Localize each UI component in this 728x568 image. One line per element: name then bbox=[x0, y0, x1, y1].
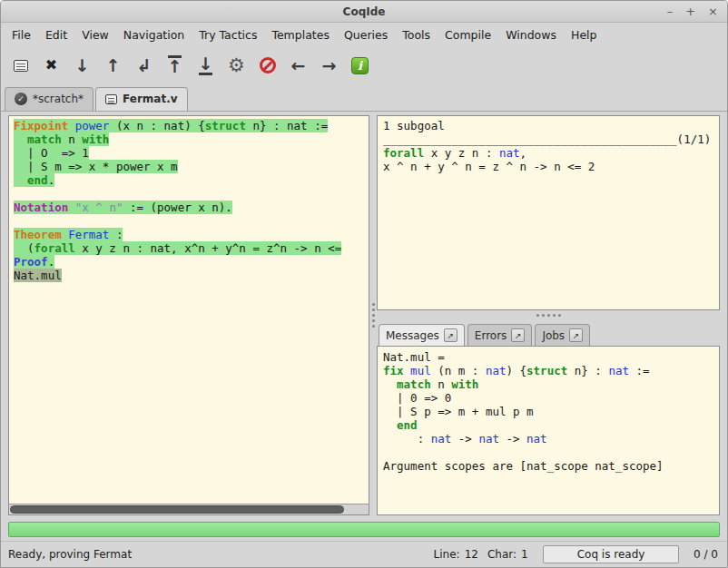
char-label: Char: bbox=[487, 548, 516, 561]
statusbar: Ready, proving Fermat Line: 12 Char: 1 C… bbox=[1, 541, 727, 567]
goto-start-icon[interactable]: ↑ bbox=[162, 53, 187, 78]
menu-file[interactable]: File bbox=[5, 24, 38, 45]
goto-cursor-icon[interactable]: ↲ bbox=[132, 53, 156, 78]
window-controls: – + × bbox=[667, 1, 718, 22]
buffer-tabbar: ✓ *scratch* Fermat.v bbox=[1, 83, 727, 112]
close-button[interactable]: × bbox=[708, 5, 718, 17]
splitter-handle-icon bbox=[547, 314, 550, 317]
detach-icon[interactable]: ↗ bbox=[569, 328, 583, 342]
document-glyph bbox=[14, 60, 28, 72]
scrollbar-thumb[interactable] bbox=[10, 505, 344, 514]
tab-jobs-label: Jobs bbox=[542, 329, 565, 342]
messages-tabbar: Messages ↗ Errors ↗ Jobs ↗ bbox=[377, 319, 720, 346]
tab-fermat[interactable]: Fermat.v bbox=[95, 87, 188, 111]
progress-bar bbox=[8, 522, 720, 537]
tab-errors-label: Errors bbox=[475, 329, 507, 342]
status-right: Line: 12 Char: 1 Coq is ready 0 / 0 bbox=[425, 545, 718, 563]
menubar: File Edit View Navigation Try Tactics Te… bbox=[1, 23, 727, 47]
tab-messages[interactable]: Messages ↗ bbox=[379, 324, 465, 346]
menu-templates[interactable]: Templates bbox=[264, 24, 337, 45]
step-forward-icon[interactable]: ↓ bbox=[70, 53, 94, 78]
menu-navigation[interactable]: Navigation bbox=[116, 24, 192, 45]
main-area: Fixpoint power (x n : nat) {struct n} : … bbox=[1, 112, 727, 517]
right-column: 1 subgoal_______________________________… bbox=[377, 115, 720, 515]
fully-check-icon[interactable]: ⚙ bbox=[224, 53, 249, 78]
vertical-splitter[interactable] bbox=[369, 115, 377, 515]
maximize-button[interactable]: + bbox=[685, 5, 695, 17]
goto-end-icon[interactable]: ↓ bbox=[193, 53, 218, 78]
menu-help[interactable]: Help bbox=[564, 24, 605, 45]
tab-scratch[interactable]: ✓ *scratch* bbox=[5, 87, 93, 111]
menu-compile[interactable]: Compile bbox=[438, 24, 498, 45]
previous-icon[interactable]: ← bbox=[286, 53, 310, 78]
no-entry-glyph bbox=[260, 57, 276, 73]
line-label: Line: bbox=[434, 548, 460, 561]
editor-pane: Fixpoint power (x n : nat) {struct n} : … bbox=[8, 115, 369, 515]
file-icon bbox=[105, 94, 117, 104]
task-counter: 0 / 0 bbox=[694, 548, 718, 561]
messages-pane[interactable]: Nat.mul = fix mul (n m : nat) {struct n}… bbox=[377, 346, 720, 515]
about-icon[interactable]: i bbox=[348, 53, 372, 78]
tab-messages-label: Messages bbox=[386, 329, 439, 342]
tab-fermat-label: Fermat.v bbox=[123, 93, 178, 105]
titlebar[interactable]: CoqIde – + × bbox=[1, 1, 727, 23]
menu-tools[interactable]: Tools bbox=[395, 24, 438, 45]
progress-row bbox=[1, 517, 727, 541]
script-buffer[interactable]: Fixpoint power (x n : nat) {struct n} : … bbox=[9, 116, 369, 504]
splitter-handle-icon bbox=[372, 314, 375, 317]
toolbar: ✖ ↓ ↑ ↲ ↑ ↓ ⚙ ← → i bbox=[1, 47, 727, 83]
goals-pane[interactable]: 1 subgoal_______________________________… bbox=[377, 115, 720, 310]
step-backward-icon[interactable]: ↑ bbox=[101, 53, 125, 78]
window-title: CoqIde bbox=[343, 5, 386, 18]
char-value: 1 bbox=[521, 548, 534, 561]
next-icon[interactable]: → bbox=[317, 53, 341, 78]
tab-errors[interactable]: Errors ↗ bbox=[467, 324, 533, 346]
close-buffer-icon[interactable]: ✖ bbox=[39, 53, 64, 78]
menu-windows[interactable]: Windows bbox=[498, 24, 564, 45]
menu-try-tactics[interactable]: Try Tactics bbox=[192, 24, 264, 45]
menu-view[interactable]: View bbox=[74, 24, 116, 45]
coq-state-indicator: Coq is ready bbox=[543, 545, 679, 563]
save-icon[interactable] bbox=[8, 53, 33, 78]
menu-queries[interactable]: Queries bbox=[337, 24, 395, 45]
coqide-window: CoqIde – + × File Edit View Navigation T… bbox=[0, 0, 728, 568]
detach-icon[interactable]: ↗ bbox=[444, 328, 457, 342]
interrupt-icon[interactable] bbox=[255, 53, 280, 78]
tab-scratch-label: *scratch* bbox=[33, 93, 84, 105]
detach-icon[interactable]: ↗ bbox=[511, 328, 525, 342]
minimize-button[interactable]: – bbox=[667, 5, 674, 17]
menu-edit[interactable]: Edit bbox=[38, 24, 74, 45]
tab-jobs[interactable]: Jobs ↗ bbox=[535, 324, 590, 346]
scratch-buffer-icon: ✓ bbox=[15, 93, 27, 105]
line-value: 12 bbox=[465, 548, 478, 561]
status-message: Ready, proving Fermat bbox=[8, 548, 425, 561]
horizontal-scrollbar[interactable] bbox=[9, 504, 369, 514]
horizontal-splitter[interactable] bbox=[377, 310, 720, 319]
